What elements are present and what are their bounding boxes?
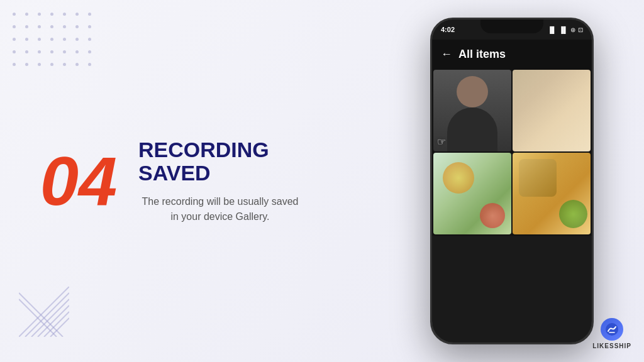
step-title: RECORDING SAVED (138, 138, 302, 185)
gallery-item-food3[interactable] (513, 153, 591, 234)
cursor-icon: ☞ (437, 136, 446, 148)
phone-notch (480, 19, 543, 33)
video-overlay-person: ☞ 00:52 (437, 136, 468, 148)
left-content-panel: 04 RECORDING SAVED The recording will be… (38, 138, 340, 224)
status-time: 4:02 (441, 26, 455, 33)
svg-line-0 (19, 287, 69, 337)
gallery-item-food1[interactable] (513, 70, 591, 151)
phone-outer-shell: 4:02 ▐▌ ▐▌ ⊛ ⊡ ← All items ☞ (430, 18, 594, 344)
step-description: The recording will be usually saved in y… (138, 194, 302, 224)
phone-mockup: 4:02 ▐▌ ▐▌ ⊛ ⊡ ← All items ☞ (430, 18, 594, 344)
step-number: 04 (38, 146, 119, 216)
app-header-title: All items (458, 48, 506, 61)
logo-icon (601, 318, 623, 341)
diagonal-lines-decoration (19, 287, 69, 337)
svg-line-3 (38, 305, 69, 337)
svg-line-1 (25, 293, 69, 337)
video-duration: 00:52 (448, 138, 468, 146)
app-header: ← All items (432, 40, 592, 69)
dot-grid-decoration (13, 13, 97, 72)
phone-screen: 4:02 ▐▌ ▐▌ ⊛ ⊡ ← All items ☞ (432, 19, 592, 343)
gallery-item-food2[interactable] (433, 153, 511, 234)
status-icons: ▐▌ ▐▌ ⊛ ⊡ (548, 26, 583, 33)
svg-line-4 (44, 312, 69, 337)
back-arrow-icon[interactable]: ← (441, 48, 452, 61)
gallery-item-person[interactable]: ☞ 00:52 (433, 70, 511, 151)
gallery-grid: ☞ 00:52 (432, 69, 592, 236)
logo: LIKESSHIP (592, 318, 631, 349)
step-text-block: RECORDING SAVED The recording will be us… (138, 138, 302, 224)
logo-text: LIKESSHIP (592, 343, 631, 349)
